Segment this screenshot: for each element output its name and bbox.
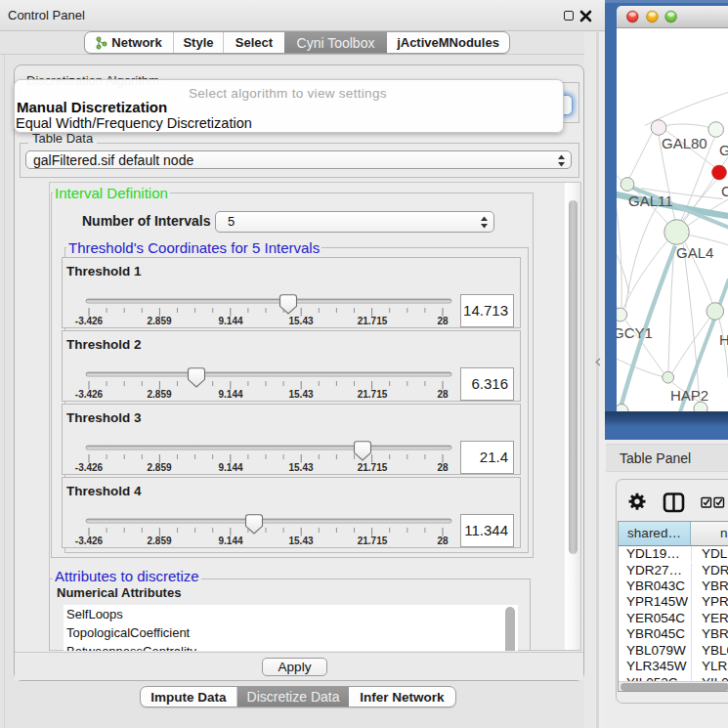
- svg-text:C: C: [721, 182, 728, 198]
- svg-text:GAL4: GAL4: [676, 243, 713, 260]
- svg-text:GAL11: GAL11: [628, 193, 673, 209]
- svg-text:H: H: [719, 330, 728, 347]
- svg-text:GCY1: GCY1: [617, 323, 653, 340]
- svg-text:HAP2: HAP2: [670, 386, 708, 403]
- svg-text:GAL80: GAL80: [662, 134, 707, 150]
- svg-text:GA: GA: [719, 141, 728, 157]
